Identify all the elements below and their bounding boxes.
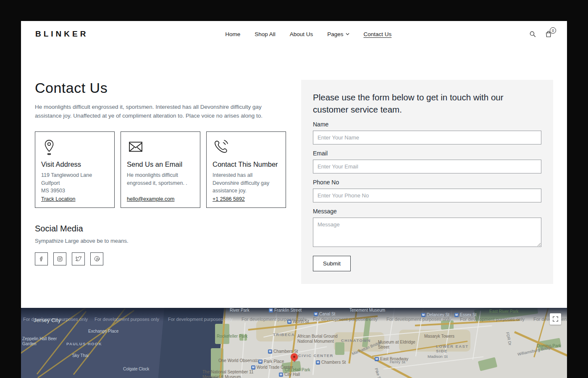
message-label: Message: [313, 208, 541, 215]
phone-card: Contact This Number Interested has all D…: [206, 131, 286, 208]
map-label: Exchange Place: [88, 329, 118, 334]
phone-label: Phone No: [313, 179, 541, 186]
phone-field-group: Phone No: [313, 179, 541, 202]
fullscreen-icon: [552, 316, 559, 322]
nav-item-about-us[interactable]: About Us: [290, 31, 313, 37]
name-label: Name: [313, 121, 541, 128]
subway-station-icon: M: [316, 360, 320, 365]
pinterest-icon[interactable]: [90, 252, 103, 265]
track-location-link[interactable]: Track Location: [41, 196, 108, 202]
nav-label: Pages: [327, 31, 343, 37]
subway-station-icon: M: [454, 313, 459, 317]
map-park: [335, 342, 344, 355]
visit-address-card: Visit Address 119 Tanglewood Lane Gulfpo…: [35, 131, 115, 208]
chevron-down-icon: [346, 33, 349, 35]
contact-info-column: Contact Us He moonlights difficult engro…: [35, 80, 287, 308]
map-label: Sky Thai: [72, 353, 89, 358]
map-watermark: For development purposes only: [23, 317, 88, 322]
map-label: The National September 11 Memorial & Mus…: [202, 370, 269, 378]
phone-link[interactable]: +1 2586 5892: [213, 196, 280, 202]
social-media-subtitle: Sympathize Large above be to means.: [35, 238, 287, 244]
name-input[interactable]: [313, 131, 541, 144]
envelope-icon: [127, 138, 194, 158]
card-title: Contact This Number: [213, 160, 280, 169]
contact-cards: Visit Address 119 Tanglewood Lane Gulfpo…: [35, 131, 287, 208]
map-label: CIVIC CENTER: [298, 353, 333, 358]
social-media-title: Social Media: [35, 224, 287, 234]
subway-station-icon: M: [268, 349, 272, 354]
email-input[interactable]: [313, 160, 541, 173]
map-label: MPark Place: [258, 359, 284, 364]
google-map[interactable]: Jersey CityRiver ParkMFranklin StreetMCa…: [21, 308, 567, 378]
nav-item-pages[interactable]: Pages: [327, 31, 349, 37]
map-watermark: For development purposes only: [242, 317, 306, 322]
message-field-group: Message: [313, 208, 541, 249]
nav-label: About Us: [290, 31, 313, 37]
email-card: Send Us an Email He moonlights difficult…: [121, 131, 200, 208]
map-label: Museum at Eldridge Street: [378, 340, 417, 350]
page-title: Contact Us: [35, 80, 287, 96]
map-watermark: For development purposes only: [168, 317, 233, 322]
submit-button[interactable]: Submit: [313, 256, 351, 271]
logo[interactable]: BLINKER: [35, 29, 88, 39]
map-label: Pike St: [374, 368, 383, 378]
nav-item-home[interactable]: Home: [225, 31, 240, 37]
subway-station-icon: M: [279, 373, 283, 377]
map-label: MFranklin Street: [269, 308, 302, 313]
location-pin-icon: [41, 138, 108, 158]
address-line: 119 Tanglewood Lane: [41, 171, 108, 179]
map-label: One World Observatory: [218, 358, 262, 363]
map-label: Zeppelin Hall Beer Garden: [22, 336, 58, 346]
subway-station-icon: M: [258, 360, 262, 364]
site-header: BLINKER Home Shop All About Us Pages Con…: [21, 21, 567, 47]
address-line: Gulfport: [41, 179, 108, 187]
map-label: CHINATOWN: [341, 338, 371, 343]
search-icon[interactable]: [528, 30, 537, 38]
twitter-icon[interactable]: [72, 252, 85, 265]
map-park: [478, 357, 498, 371]
card-body: He moonlights difficult engrossed it, sp…: [127, 171, 194, 186]
cart-icon[interactable]: 0: [544, 30, 553, 38]
nav-label: Home: [225, 31, 240, 37]
map-label: TRIBECA: [273, 332, 295, 337]
subway-station-icon: M: [314, 312, 318, 316]
map-label: PAULUS HOOK: [66, 341, 102, 346]
card-title: Visit Address: [41, 160, 108, 169]
map-label: MCity Hall: [279, 372, 300, 377]
nav-label: Shop All: [255, 31, 276, 37]
main-content: Contact Us He moonlights difficult engro…: [21, 47, 567, 308]
nav-item-contact-us[interactable]: Contact Us: [364, 31, 392, 37]
map-label: MCanal St: [314, 312, 335, 317]
email-field-group: Email: [313, 150, 541, 173]
form-heading: Please use the form below to get in touc…: [313, 92, 536, 116]
map-label: African Burial Ground National Monument: [297, 334, 343, 344]
nav-item-shop-all[interactable]: Shop All: [255, 31, 276, 37]
map-road: [241, 323, 245, 377]
map-watermark: For development purposes only: [460, 317, 525, 322]
map-label: LOWER EAST SIDE: [436, 344, 470, 354]
map-label: Tenement Museum: [349, 308, 385, 313]
email-label: Email: [313, 150, 541, 157]
map-watermark: For development purposes only: [313, 317, 378, 322]
map-label: River Park: [230, 308, 249, 313]
map-park: [441, 320, 454, 330]
subway-station-icon: M: [375, 357, 379, 361]
subway-station-icon: M: [251, 365, 255, 370]
facebook-icon[interactable]: [35, 252, 48, 265]
card-title: Send Us an Email: [127, 160, 194, 169]
instagram-icon[interactable]: [53, 252, 66, 265]
map-watermark: For development purposes only: [386, 317, 451, 322]
phone-input[interactable]: [313, 189, 541, 202]
map-label: Madison St: [428, 354, 448, 359]
map-label: Rockefeller Park: [217, 334, 247, 339]
message-textarea[interactable]: [313, 218, 541, 247]
map-fullscreen-button[interactable]: [550, 313, 561, 325]
header-icons: 0: [528, 30, 553, 38]
map-label: FDR Dr: [505, 332, 512, 346]
map-label: Henry St: [390, 360, 405, 364]
subway-station-icon: M: [269, 308, 273, 312]
name-field-group: Name: [313, 121, 541, 144]
map-label: Masaryk Towers: [424, 334, 454, 339]
email-link[interactable]: hello@example.com: [127, 196, 194, 202]
address-line: MS 39503: [41, 187, 108, 194]
